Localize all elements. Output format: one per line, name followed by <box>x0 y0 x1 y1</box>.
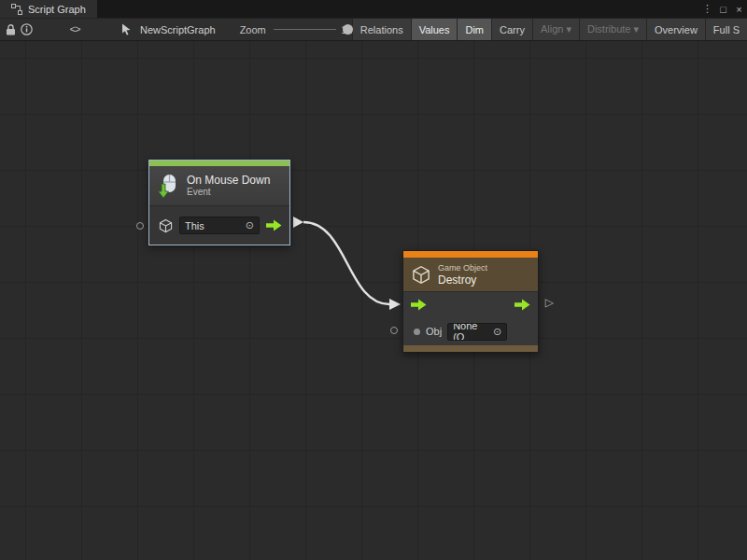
obj-port-label: Obj <box>426 326 442 337</box>
wire-start-arrow <box>293 217 303 228</box>
graph-pointer-button[interactable] <box>119 18 134 41</box>
event-node-subtitle: Event <box>187 187 270 198</box>
distribute-button[interactable]: Distribute ▾ <box>579 18 646 41</box>
zoom-slider-handle[interactable] <box>343 24 353 35</box>
target-picker-icon[interactable]: ⊙ <box>493 327 501 337</box>
graph-name[interactable]: NewScriptGraph <box>140 24 216 35</box>
info-icon <box>21 23 33 35</box>
graph-toolbar: <> NewScriptGraph Zoom 1x Relations Valu… <box>0 18 747 41</box>
game-object-cube-icon <box>159 218 173 233</box>
target-picker-icon[interactable]: ⊙ <box>246 220 254 231</box>
destroy-node-supertitle: Game Object <box>438 263 487 273</box>
node-destroy[interactable]: Game Object Destroy Obj None (O ⊙ <box>402 250 539 353</box>
flow-output-port[interactable] <box>266 219 282 231</box>
target-field-value: This <box>185 220 204 231</box>
code-icon: <> <box>69 24 79 35</box>
window-titlebar: Script Graph ⋮ □ × <box>0 0 747 18</box>
obj-field[interactable]: None (O ⊙ <box>447 323 507 341</box>
carry-button[interactable]: Carry <box>491 18 532 41</box>
connection-wire[interactable] <box>0 41 747 560</box>
values-button[interactable]: Values <box>411 18 458 41</box>
pointer-icon <box>121 23 132 35</box>
obj-input-port[interactable] <box>390 327 398 334</box>
dim-button[interactable]: Dim <box>457 18 491 41</box>
target-field[interactable]: This ⊙ <box>179 217 260 234</box>
flow-input-port[interactable] <box>411 299 427 311</box>
tab-script-graph[interactable]: Script Graph <box>0 0 97 18</box>
zoom-slider[interactable] <box>274 18 336 41</box>
wire-path <box>303 222 389 304</box>
destroy-obj-row: Obj None (O ⊙ <box>403 317 538 345</box>
info-button[interactable] <box>19 18 35 41</box>
titlebar-spacer <box>97 0 699 18</box>
destroy-bottom-strip <box>403 345 538 352</box>
relations-button[interactable]: Relations <box>352 18 411 41</box>
align-button[interactable]: Align ▾ <box>532 18 579 41</box>
close-icon[interactable]: × <box>731 0 747 18</box>
wire-end-arrow <box>389 299 401 310</box>
flow-output-port[interactable] <box>514 299 530 311</box>
event-input-port[interactable] <box>136 222 144 230</box>
event-node-title: On Mouse Down <box>187 174 270 187</box>
destroy-flow-row <box>403 291 538 317</box>
code-view-button[interactable]: <> <box>66 18 82 41</box>
destroy-accent-strip <box>403 251 538 258</box>
destroy-node-title: Destroy <box>438 273 487 287</box>
overview-button[interactable]: Overview <box>646 18 705 41</box>
node-on-mouse-down[interactable]: On Mouse Down Event This ⊙ <box>148 160 290 245</box>
script-graph-icon <box>11 4 22 15</box>
fullscreen-button[interactable]: Full S <box>705 18 747 41</box>
tab-title: Script Graph <box>28 4 86 15</box>
obj-value-dot <box>414 329 420 335</box>
zoom-slider-track <box>274 29 336 30</box>
destroy-node-body: Obj None (O ⊙ <box>403 291 538 345</box>
event-node-header[interactable]: On Mouse Down Event <box>149 166 289 205</box>
destroy-node-header[interactable]: Game Object Destroy <box>403 258 538 291</box>
event-node-body: This ⊙ <box>149 205 289 245</box>
lock-button[interactable] <box>3 18 19 41</box>
lock-icon <box>6 24 16 35</box>
flow-out-triangle-icon[interactable]: ▷ <box>545 297 554 308</box>
mouse-down-icon <box>156 173 180 199</box>
maximize-icon[interactable]: □ <box>715 0 731 18</box>
graph-canvas[interactable]: On Mouse Down Event This ⊙ <box>0 41 747 560</box>
obj-field-value: None (O <box>453 323 489 341</box>
zoom-label: Zoom <box>240 24 266 35</box>
window-menu-icon[interactable]: ⋮ <box>699 0 715 18</box>
game-object-cube-icon <box>412 265 430 285</box>
